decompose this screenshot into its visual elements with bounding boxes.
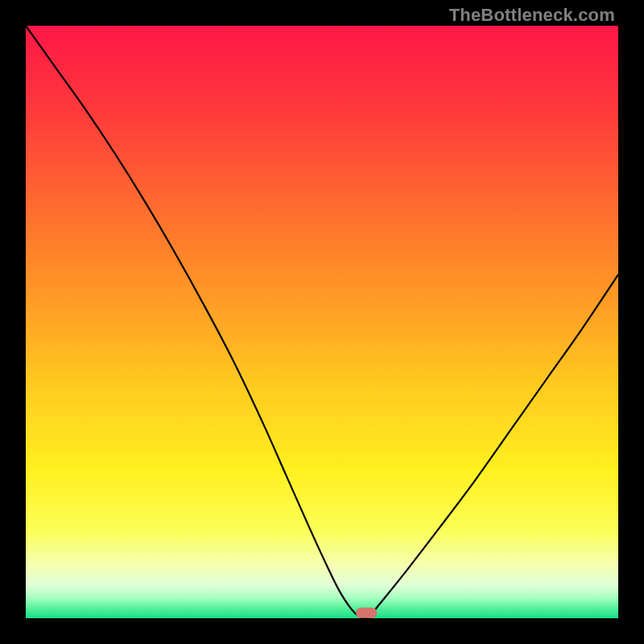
chart-frame xyxy=(26,26,618,618)
watermark-text: TheBottleneck.com xyxy=(449,5,615,26)
gradient-background xyxy=(26,26,618,618)
bottleneck-chart xyxy=(26,26,618,618)
optimal-marker xyxy=(356,608,377,618)
